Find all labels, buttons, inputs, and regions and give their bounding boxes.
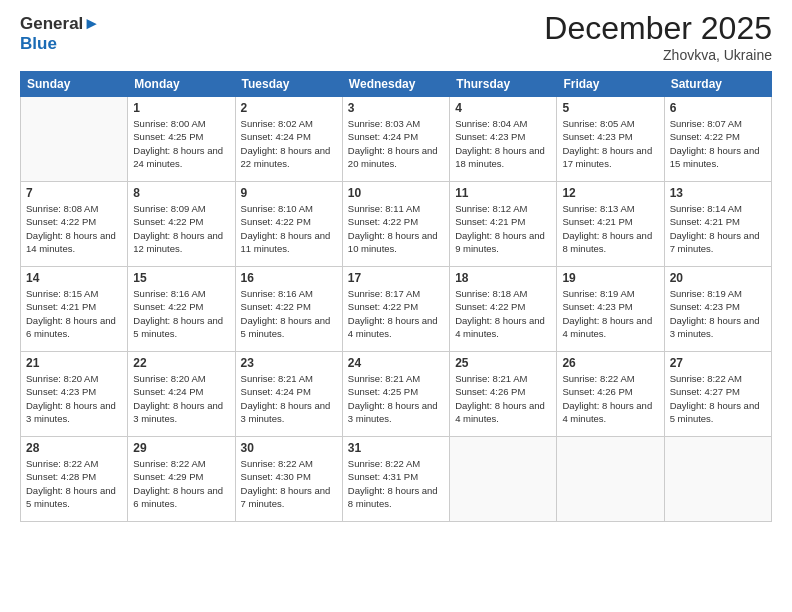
cell-content: Sunrise: 8:19 AM Sunset: 4:23 PM Dayligh… bbox=[670, 287, 766, 340]
sunset-label: Sunset: 4:31 PM bbox=[348, 471, 418, 482]
sunrise-label: Sunrise: 8:18 AM bbox=[455, 288, 527, 299]
sunset-label: Sunset: 4:22 PM bbox=[133, 216, 203, 227]
daylight-label: Daylight: 8 hours and 6 minutes. bbox=[26, 315, 116, 339]
sunrise-label: Sunrise: 8:15 AM bbox=[26, 288, 98, 299]
calendar-week-row: 21 Sunrise: 8:20 AM Sunset: 4:23 PM Dayl… bbox=[21, 352, 772, 437]
col-sunday: Sunday bbox=[21, 72, 128, 97]
table-row bbox=[21, 97, 128, 182]
cell-content: Sunrise: 8:22 AM Sunset: 4:27 PM Dayligh… bbox=[670, 372, 766, 425]
sunrise-label: Sunrise: 8:12 AM bbox=[455, 203, 527, 214]
sunrise-label: Sunrise: 8:22 AM bbox=[241, 458, 313, 469]
sunrise-label: Sunrise: 8:09 AM bbox=[133, 203, 205, 214]
daylight-label: Daylight: 8 hours and 3 minutes. bbox=[241, 400, 331, 424]
sunset-label: Sunset: 4:25 PM bbox=[348, 386, 418, 397]
daylight-label: Daylight: 8 hours and 5 minutes. bbox=[670, 400, 760, 424]
day-number: 5 bbox=[562, 101, 658, 115]
col-tuesday: Tuesday bbox=[235, 72, 342, 97]
sunset-label: Sunset: 4:23 PM bbox=[26, 386, 96, 397]
sunrise-label: Sunrise: 8:20 AM bbox=[133, 373, 205, 384]
table-row: 31 Sunrise: 8:22 AM Sunset: 4:31 PM Dayl… bbox=[342, 437, 449, 522]
table-row: 17 Sunrise: 8:17 AM Sunset: 4:22 PM Dayl… bbox=[342, 267, 449, 352]
cell-content: Sunrise: 8:09 AM Sunset: 4:22 PM Dayligh… bbox=[133, 202, 229, 255]
cell-content: Sunrise: 8:00 AM Sunset: 4:25 PM Dayligh… bbox=[133, 117, 229, 170]
sunset-label: Sunset: 4:24 PM bbox=[133, 386, 203, 397]
col-saturday: Saturday bbox=[664, 72, 771, 97]
table-row: 13 Sunrise: 8:14 AM Sunset: 4:21 PM Dayl… bbox=[664, 182, 771, 267]
sunset-label: Sunset: 4:26 PM bbox=[562, 386, 632, 397]
sunrise-label: Sunrise: 8:00 AM bbox=[133, 118, 205, 129]
daylight-label: Daylight: 8 hours and 10 minutes. bbox=[348, 230, 438, 254]
day-number: 22 bbox=[133, 356, 229, 370]
sunset-label: Sunset: 4:24 PM bbox=[241, 386, 311, 397]
table-row: 26 Sunrise: 8:22 AM Sunset: 4:26 PM Dayl… bbox=[557, 352, 664, 437]
table-row: 14 Sunrise: 8:15 AM Sunset: 4:21 PM Dayl… bbox=[21, 267, 128, 352]
table-row: 30 Sunrise: 8:22 AM Sunset: 4:30 PM Dayl… bbox=[235, 437, 342, 522]
sunrise-label: Sunrise: 8:20 AM bbox=[26, 373, 98, 384]
sunset-label: Sunset: 4:21 PM bbox=[26, 301, 96, 312]
daylight-label: Daylight: 8 hours and 3 minutes. bbox=[670, 315, 760, 339]
daylight-label: Daylight: 8 hours and 8 minutes. bbox=[562, 230, 652, 254]
table-row bbox=[450, 437, 557, 522]
logo: General► Blue bbox=[20, 14, 100, 53]
logo-blue: Blue bbox=[20, 34, 100, 54]
table-row: 25 Sunrise: 8:21 AM Sunset: 4:26 PM Dayl… bbox=[450, 352, 557, 437]
sunrise-label: Sunrise: 8:03 AM bbox=[348, 118, 420, 129]
col-monday: Monday bbox=[128, 72, 235, 97]
sunrise-label: Sunrise: 8:22 AM bbox=[26, 458, 98, 469]
table-row: 16 Sunrise: 8:16 AM Sunset: 4:22 PM Dayl… bbox=[235, 267, 342, 352]
sunset-label: Sunset: 4:21 PM bbox=[670, 216, 740, 227]
cell-content: Sunrise: 8:04 AM Sunset: 4:23 PM Dayligh… bbox=[455, 117, 551, 170]
sunset-label: Sunset: 4:30 PM bbox=[241, 471, 311, 482]
sunset-label: Sunset: 4:23 PM bbox=[562, 301, 632, 312]
cell-content: Sunrise: 8:16 AM Sunset: 4:22 PM Dayligh… bbox=[133, 287, 229, 340]
cell-content: Sunrise: 8:14 AM Sunset: 4:21 PM Dayligh… bbox=[670, 202, 766, 255]
table-row: 3 Sunrise: 8:03 AM Sunset: 4:24 PM Dayli… bbox=[342, 97, 449, 182]
daylight-label: Daylight: 8 hours and 3 minutes. bbox=[133, 400, 223, 424]
day-number: 30 bbox=[241, 441, 337, 455]
sunrise-label: Sunrise: 8:10 AM bbox=[241, 203, 313, 214]
day-number: 13 bbox=[670, 186, 766, 200]
sunrise-label: Sunrise: 8:22 AM bbox=[133, 458, 205, 469]
daylight-label: Daylight: 8 hours and 4 minutes. bbox=[562, 400, 652, 424]
daylight-label: Daylight: 8 hours and 5 minutes. bbox=[133, 315, 223, 339]
sunset-label: Sunset: 4:24 PM bbox=[348, 131, 418, 142]
month-title: December 2025 bbox=[544, 10, 772, 47]
sunset-label: Sunset: 4:22 PM bbox=[26, 216, 96, 227]
sunrise-label: Sunrise: 8:21 AM bbox=[241, 373, 313, 384]
daylight-label: Daylight: 8 hours and 8 minutes. bbox=[348, 485, 438, 509]
sunrise-label: Sunrise: 8:16 AM bbox=[241, 288, 313, 299]
day-number: 7 bbox=[26, 186, 122, 200]
table-row: 6 Sunrise: 8:07 AM Sunset: 4:22 PM Dayli… bbox=[664, 97, 771, 182]
cell-content: Sunrise: 8:07 AM Sunset: 4:22 PM Dayligh… bbox=[670, 117, 766, 170]
page: General► Blue December 2025 Zhovkva, Ukr… bbox=[0, 0, 792, 612]
sunset-label: Sunset: 4:26 PM bbox=[455, 386, 525, 397]
col-wednesday: Wednesday bbox=[342, 72, 449, 97]
table-row bbox=[557, 437, 664, 522]
logo-general: General► bbox=[20, 14, 100, 34]
table-row: 19 Sunrise: 8:19 AM Sunset: 4:23 PM Dayl… bbox=[557, 267, 664, 352]
cell-content: Sunrise: 8:02 AM Sunset: 4:24 PM Dayligh… bbox=[241, 117, 337, 170]
day-number: 16 bbox=[241, 271, 337, 285]
calendar-week-row: 28 Sunrise: 8:22 AM Sunset: 4:28 PM Dayl… bbox=[21, 437, 772, 522]
calendar-week-row: 14 Sunrise: 8:15 AM Sunset: 4:21 PM Dayl… bbox=[21, 267, 772, 352]
sunrise-label: Sunrise: 8:04 AM bbox=[455, 118, 527, 129]
sunset-label: Sunset: 4:23 PM bbox=[455, 131, 525, 142]
day-number: 23 bbox=[241, 356, 337, 370]
sunset-label: Sunset: 4:29 PM bbox=[133, 471, 203, 482]
table-row: 1 Sunrise: 8:00 AM Sunset: 4:25 PM Dayli… bbox=[128, 97, 235, 182]
col-thursday: Thursday bbox=[450, 72, 557, 97]
cell-content: Sunrise: 8:12 AM Sunset: 4:21 PM Dayligh… bbox=[455, 202, 551, 255]
cell-content: Sunrise: 8:17 AM Sunset: 4:22 PM Dayligh… bbox=[348, 287, 444, 340]
sunset-label: Sunset: 4:22 PM bbox=[670, 131, 740, 142]
daylight-label: Daylight: 8 hours and 5 minutes. bbox=[26, 485, 116, 509]
table-row: 5 Sunrise: 8:05 AM Sunset: 4:23 PM Dayli… bbox=[557, 97, 664, 182]
table-row: 29 Sunrise: 8:22 AM Sunset: 4:29 PM Dayl… bbox=[128, 437, 235, 522]
table-row: 2 Sunrise: 8:02 AM Sunset: 4:24 PM Dayli… bbox=[235, 97, 342, 182]
daylight-label: Daylight: 8 hours and 6 minutes. bbox=[133, 485, 223, 509]
cell-content: Sunrise: 8:03 AM Sunset: 4:24 PM Dayligh… bbox=[348, 117, 444, 170]
sunrise-label: Sunrise: 8:22 AM bbox=[670, 373, 742, 384]
table-row: 23 Sunrise: 8:21 AM Sunset: 4:24 PM Dayl… bbox=[235, 352, 342, 437]
table-row: 11 Sunrise: 8:12 AM Sunset: 4:21 PM Dayl… bbox=[450, 182, 557, 267]
sunrise-label: Sunrise: 8:02 AM bbox=[241, 118, 313, 129]
daylight-label: Daylight: 8 hours and 12 minutes. bbox=[133, 230, 223, 254]
